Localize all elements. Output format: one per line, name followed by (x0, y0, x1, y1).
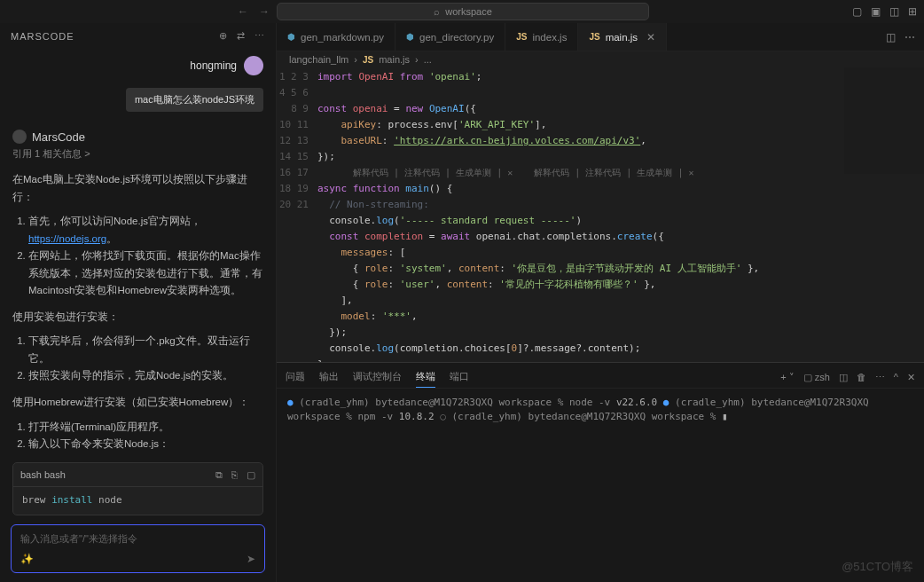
user-name: hongming (190, 59, 237, 72)
nav-back-icon[interactable]: ← (238, 5, 248, 18)
panel-tab-terminal[interactable]: 终端 (416, 366, 435, 388)
marscode-icon (12, 130, 27, 144)
assistant-response: 在Mac电脑上安装Node.js环境可以按照以下步骤进行： 首先，你可以访问No… (0, 168, 276, 517)
run-icon[interactable]: ▢ (247, 467, 255, 484)
new-chat-icon[interactable]: ⊕ (219, 30, 228, 42)
maximize-panel-icon[interactable]: ^ (894, 372, 898, 382)
bottom-panel: 问题 输出 调试控制台 终端 端口 + ˅ ▢ zsh ◫ 🗑 ⋯ ^ ✕ (277, 362, 924, 582)
minimap[interactable] (844, 67, 924, 174)
panel-tab-problems[interactable]: 问题 (286, 366, 305, 388)
code-lang: bash (20, 467, 42, 484)
code-hint[interactable]: 解释代码 | 注释代码 | 生成单测 | ✕ 解释代码 | 注释代码 | 生成单… (317, 168, 694, 177)
sidebar-title: MARSCODE (11, 31, 74, 42)
search-icon: ⌕ (434, 6, 440, 17)
js-icon: JS (516, 32, 527, 42)
nav-forward-icon[interactable]: → (259, 5, 270, 18)
line-gutter: 1 2 3 4 5 6 8 9 10 11 12 13 14 15 16 17 … (277, 67, 317, 362)
layout-primary-icon[interactable]: ▢ (852, 5, 862, 18)
attach-icon[interactable]: ✨ (20, 553, 34, 565)
user-message: mac电脑怎么装nodeJS环境 (126, 88, 263, 112)
editor-area: ⬢gen_markdown.py ⬢gen_directory.py JSind… (277, 23, 924, 582)
layout-customize-icon[interactable]: ⊞ (908, 5, 917, 18)
settings-icon[interactable]: ⇄ (237, 30, 246, 42)
avatar[interactable] (244, 56, 263, 75)
tab-bar: ⬢gen_markdown.py ⬢gen_directory.py JSind… (277, 23, 924, 51)
tab-main-js[interactable]: JSmain.js✕ (578, 23, 667, 51)
more-icon[interactable]: ⋯ (254, 30, 265, 42)
panel-tab-ports[interactable]: 端口 (450, 366, 469, 388)
copy-icon[interactable]: ⧉ (215, 467, 223, 484)
kill-terminal-icon[interactable]: 🗑 (857, 372, 866, 382)
command-center[interactable]: ⌕ workspace (277, 3, 649, 20)
close-icon[interactable]: ✕ (646, 31, 655, 43)
split-editor-icon[interactable]: ◫ (886, 31, 896, 43)
terminal[interactable]: ● (cradle_yhm) bytedance@M1Q72R3QXQ work… (277, 389, 924, 582)
search-placeholder: workspace (445, 6, 492, 17)
split-terminal-icon[interactable]: ◫ (839, 372, 848, 383)
title-bar: ← → ⌕ workspace ▢ ▣ ◫ ⊞ (0, 0, 924, 23)
code-block-brew: bash bash ⧉ ⎘ ▢ brew install node (12, 462, 263, 515)
python-icon: ⬢ (406, 32, 414, 42)
layout-sidebar-icon[interactable]: ◫ (889, 5, 899, 18)
panel-tab-debug[interactable]: 调试控制台 (353, 366, 402, 388)
tab-more-icon[interactable]: ⋯ (904, 31, 915, 43)
js-icon: JS (589, 32, 599, 42)
reference-link[interactable]: 引用 1 相关信息 > (0, 147, 276, 168)
watermark: @51CTO博客 (842, 559, 913, 575)
close-panel-icon[interactable]: ✕ (907, 372, 915, 383)
insert-icon[interactable]: ⎘ (231, 467, 238, 484)
send-icon[interactable]: ➤ (247, 553, 255, 565)
tab-index-js[interactable]: JSindex.js (505, 23, 578, 51)
code-editor[interactable]: import OpenAI from 'openai'; const opena… (317, 67, 924, 362)
panel-tab-output[interactable]: 输出 (319, 366, 339, 388)
new-terminal-icon[interactable]: + ˅ (780, 372, 794, 383)
tab-gen-markdown[interactable]: ⬢gen_markdown.py (277, 23, 395, 51)
terminal-shell[interactable]: ▢ zsh (803, 372, 830, 383)
python-icon: ⬢ (287, 32, 295, 42)
layout-panel-icon[interactable]: ▣ (871, 5, 881, 18)
chat-input[interactable]: 输入消息或者"/"来选择指令 ✨ ➤ (11, 524, 265, 573)
sidebar: MARSCODE ⊕ ⇄ ⋯ hongming mac电脑怎么装nodeJS环境… (0, 23, 277, 582)
breadcrumb[interactable]: langchain_llm› JSmain.js› ... (277, 51, 924, 67)
assistant-name: MarsCode (32, 130, 85, 144)
panel-more-icon[interactable]: ⋯ (875, 372, 885, 383)
tab-gen-directory[interactable]: ⬢gen_directory.py (395, 23, 505, 51)
nodejs-link[interactable]: https://nodejs.org (28, 233, 106, 244)
chat-placeholder: 输入消息或者"/"来选择指令 (20, 532, 255, 546)
